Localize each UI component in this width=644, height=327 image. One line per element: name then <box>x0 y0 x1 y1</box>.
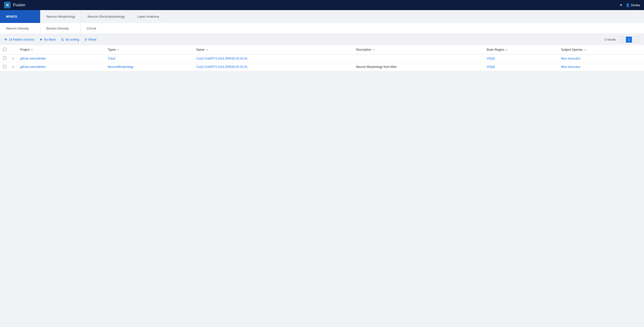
filters-button[interactable]: ▼ No filters <box>39 38 56 42</box>
top-nav: N Fusion + 👤 Dinika <box>0 0 644 10</box>
user-name: Dinika <box>631 3 640 7</box>
row-types-1[interactable]: NeuronMorphology <box>105 63 193 71</box>
types-link-1[interactable]: NeuronMorphology <box>108 65 133 69</box>
row-name-1[interactable]: Cux2-CreERT2;Ai14-205530.03.02.01 <box>193 63 353 71</box>
brain-region-link-1[interactable]: VISp5 <box>487 65 495 69</box>
filters-label: No filters <box>44 38 56 41</box>
tab-minds[interactable]: MINDS <box>0 10 40 23</box>
tab-neuron-morphology[interactable]: Neuron Morphology <box>40 10 81 23</box>
row-brain-region-1[interactable]: VISp5 <box>484 63 558 71</box>
row-brain-region-0[interactable]: VISp5 <box>484 54 558 63</box>
data-table: Project ▾ Types ▾ Name ▾ Description ▾ B… <box>0 45 644 71</box>
controls-left: 👁 14 hidden columns ▼ No filters ⇅ No so… <box>4 38 96 42</box>
types-link-0[interactable]: Trace <box>108 57 115 60</box>
add-button[interactable]: + <box>620 3 623 8</box>
name-header[interactable]: Name ▾ <box>193 45 353 54</box>
reset-label: Reset <box>89 38 96 41</box>
select-all-checkbox[interactable] <box>3 48 6 51</box>
table-row: 1 github-users/dinika Trace Cux2-CreERT2… <box>0 54 644 63</box>
app-title: Fusion <box>13 3 25 7</box>
data-table-container: Project ▾ Types ▾ Name ▾ Description ▾ B… <box>0 45 644 71</box>
row-description-0 <box>353 54 484 63</box>
row-checkbox-1[interactable] <box>3 65 6 68</box>
row-num-1: 2 <box>9 63 17 71</box>
table-row: 2 github-users/dinika NeuronMorphology C… <box>0 63 644 71</box>
brain-region-link-0[interactable]: VISp5 <box>487 57 495 60</box>
pagination-prev[interactable]: ‹ <box>618 37 624 43</box>
reset-button[interactable]: ↺ Reset <box>84 38 96 42</box>
controls-bar: 👁 14 hidden columns ▼ No filters ⇅ No so… <box>0 34 644 45</box>
subject-species-header[interactable]: Subject Species ▾ <box>558 45 644 54</box>
row-project-1[interactable]: github-users/dinika <box>17 63 105 71</box>
nav-right: + 👤 Dinika <box>620 3 640 8</box>
reset-icon: ↺ <box>84 38 87 42</box>
row-checkbox-0[interactable] <box>3 57 6 60</box>
nav-left: N Fusion <box>4 2 25 8</box>
number-header <box>9 45 17 54</box>
types-header[interactable]: Types ▾ <box>105 45 193 54</box>
subject-species-link-1[interactable]: Mus musculus <box>561 65 580 69</box>
tab-layer-anatomy[interactable]: Layer Anatomy <box>131 10 172 23</box>
tab-neuron-electrophysiology[interactable]: Neuron Electrophysiology <box>81 10 131 23</box>
types-sort-icon: ▾ <box>118 48 119 51</box>
project-link-1[interactable]: github-users/dinika <box>20 65 46 69</box>
tab-neuron-density[interactable]: Neuron Density <box>0 23 40 34</box>
row-subject-species-1[interactable]: Mus musculus <box>558 63 644 71</box>
nexus-logo: N <box>4 2 11 8</box>
table-header-row: Project ▾ Types ▾ Name ▾ Description ▾ B… <box>0 45 644 54</box>
name-sort-icon: ▾ <box>206 48 208 51</box>
description-sort-icon: ▾ <box>373 48 374 51</box>
row-project-0[interactable]: github-users/dinika <box>17 54 105 63</box>
project-sort-icon: ▾ <box>31 48 33 51</box>
row-subject-species-0[interactable]: Mus musculus <box>558 54 644 63</box>
hidden-columns-label: 14 hidden columns <box>9 38 34 41</box>
tab-row-1: MINDS Neuron Morphology Neuron Electroph… <box>0 10 644 23</box>
select-all-header[interactable] <box>0 45 9 54</box>
brain-region-sort-icon: ▾ <box>506 48 507 51</box>
brain-region-header[interactable]: Brain Region ▾ <box>484 45 558 54</box>
name-link-1[interactable]: Cux2-CreERT2;Ai14-205530.03.02.01 <box>196 65 247 69</box>
sort-icon: ⇅ <box>61 38 64 42</box>
row-types-0[interactable]: Trace <box>105 54 193 63</box>
user-menu[interactable]: 👤 Dinika <box>626 3 640 7</box>
tab-bouton-density[interactable]: Bouton Density <box>40 23 81 34</box>
subject-species-link-0[interactable]: Mus musculus <box>561 57 580 60</box>
results-count: 2 results <box>604 38 616 41</box>
pagination-next[interactable]: › <box>634 37 640 43</box>
eye-icon: 👁 <box>4 38 8 42</box>
hidden-columns-button[interactable]: 👁 14 hidden columns <box>4 38 34 42</box>
row-name-0[interactable]: Cux2-CreERT2;Ai14-205530.03.02.01 <box>193 54 353 63</box>
sorting-button[interactable]: ⇅ No sorting <box>61 38 79 42</box>
description-header[interactable]: Description ▾ <box>353 45 484 54</box>
project-header[interactable]: Project ▾ <box>17 45 105 54</box>
tab-row-2: Neuron Density Bouton Density Circuit <box>0 23 644 34</box>
filter-icon: ▼ <box>39 38 43 42</box>
name-link-0[interactable]: Cux2-CreERT2;Ai14-205530.03.02.01 <box>196 57 247 60</box>
tab-circuit[interactable]: Circuit <box>81 23 121 34</box>
subject-species-sort-icon: ▾ <box>584 48 586 51</box>
row-description-1: Neuron Morphology from Allen <box>353 63 484 71</box>
pagination-page-1[interactable]: 1 <box>626 37 632 43</box>
user-icon: 👤 <box>626 3 630 7</box>
row-checkbox-cell-1[interactable] <box>0 63 9 71</box>
controls-right: 2 results ‹ 1 › <box>604 37 640 43</box>
row-num-0: 1 <box>9 54 17 63</box>
sorting-label: No sorting <box>65 38 79 41</box>
row-checkbox-cell-0[interactable] <box>0 54 9 63</box>
project-link-0[interactable]: github-users/dinika <box>20 57 46 60</box>
